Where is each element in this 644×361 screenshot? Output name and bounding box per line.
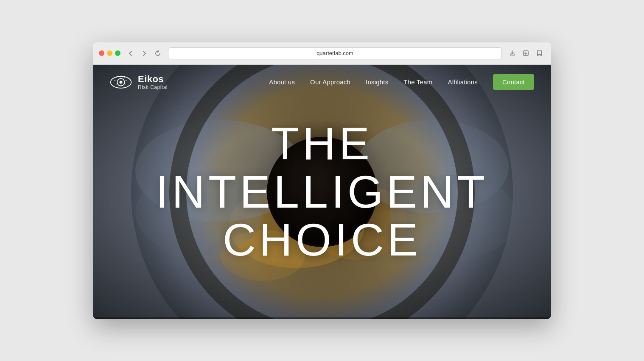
browser-actions bbox=[506, 49, 545, 58]
address-bar[interactable]: quarterlab.com bbox=[168, 47, 502, 59]
reload-button[interactable] bbox=[152, 49, 164, 58]
logo-area[interactable]: Eikos Risk Capital bbox=[110, 74, 168, 90]
hero-line2: INTELLIGENT bbox=[156, 166, 488, 217]
contact-button[interactable]: Contact bbox=[493, 74, 534, 90]
hero-line3: CHOICE bbox=[223, 214, 421, 265]
svg-line-52 bbox=[124, 77, 125, 78]
fullscreen-button[interactable] bbox=[115, 50, 120, 56]
hero-line1: THE bbox=[271, 118, 373, 169]
svg-line-56 bbox=[117, 83, 118, 84]
nav-about-us[interactable]: About us bbox=[269, 78, 295, 86]
url-text: quarterlab.com bbox=[316, 50, 353, 56]
navbar: Eikos Risk Capital About us Our Approach… bbox=[93, 65, 551, 100]
hero-title: THE INTELLIGENT CHOICE bbox=[156, 119, 488, 264]
download-icon[interactable] bbox=[506, 49, 518, 58]
back-button[interactable] bbox=[125, 49, 137, 58]
nav-the-team[interactable]: The Team bbox=[403, 78, 432, 86]
nav-insights[interactable]: Insights bbox=[366, 78, 388, 86]
nav-links: About us Our Approach Insights The Team … bbox=[269, 74, 534, 90]
website-content: Eikos Risk Capital About us Our Approach… bbox=[93, 65, 551, 319]
hero-text: THE INTELLIGENT CHOICE bbox=[93, 65, 551, 319]
nav-affiliations[interactable]: Affiliations bbox=[448, 78, 478, 86]
logo-name: Eikos bbox=[138, 74, 168, 84]
svg-line-54 bbox=[125, 83, 126, 84]
browser-window: quarterlab.com bbox=[93, 42, 551, 319]
logo-subtitle: Risk Capital bbox=[138, 84, 168, 90]
browser-chrome: quarterlab.com bbox=[93, 42, 551, 65]
add-bookmark-icon[interactable] bbox=[533, 49, 545, 58]
traffic-lights bbox=[99, 50, 120, 56]
logo-text: Eikos Risk Capital bbox=[138, 74, 168, 90]
browser-navigation bbox=[125, 49, 164, 58]
close-button[interactable] bbox=[99, 50, 104, 56]
nav-our-approach[interactable]: Our Approach bbox=[310, 78, 350, 86]
svg-point-50 bbox=[120, 81, 123, 83]
share-icon[interactable] bbox=[520, 49, 532, 58]
forward-button[interactable] bbox=[138, 49, 150, 58]
logo-icon bbox=[110, 75, 132, 90]
minimize-button[interactable] bbox=[107, 50, 112, 56]
